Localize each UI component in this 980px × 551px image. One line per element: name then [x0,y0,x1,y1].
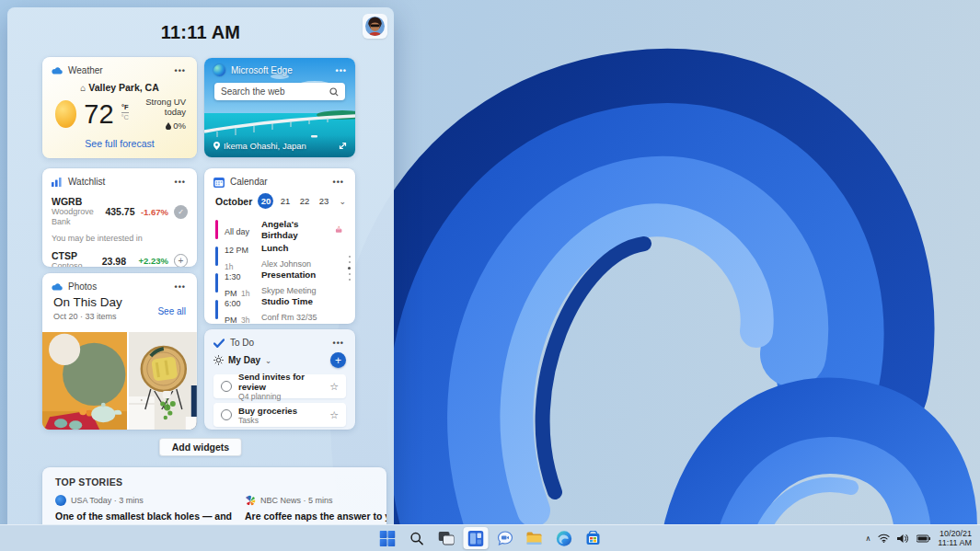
date-pill[interactable]: 21 [277,193,293,209]
event-time: 6:00 PM [225,299,241,325]
weather-location[interactable]: ⌂Valley Park, CA [42,82,197,93]
stock-change: -1.67% [141,207,168,217]
sun-condition-icon [55,100,76,128]
task-view-button[interactable] [433,527,458,549]
battery-icon[interactable] [917,534,930,543]
file-explorer-button[interactable] [522,527,547,549]
story-headline[interactable]: One of the smallest black holes — and [55,511,232,522]
widgets-panel: 11:11 AM Weather ••• ⌂Valley Park, CA [7,7,394,544]
star-icon[interactable]: ☆ [329,409,339,421]
panel-clock: 11:11 AM [7,22,394,43]
task-checkbox[interactable] [221,409,232,420]
start-button[interactable] [375,527,399,549]
calendar-icon [213,177,225,188]
my-day-label[interactable]: My Day [228,355,260,365]
volume-icon[interactable] [897,534,909,544]
widgets-button[interactable] [463,527,488,549]
cloud-icon [52,282,63,291]
event-subtitle: Conf Rm 32/35 [261,313,317,322]
date-pill[interactable]: 23 [316,193,331,209]
event-time: 12 PM [225,246,248,255]
news-story[interactable]: NBC News · 5 mins Are coffee naps the an… [245,495,386,522]
microsoft-store-button[interactable] [581,527,605,549]
home-icon: ⌂ [80,83,86,93]
watchlist-menu-button[interactable]: ••• [172,177,189,188]
date-pill[interactable]: 22 [296,193,312,209]
edge-search-input[interactable]: Search the web [214,83,345,100]
weather-menu-button[interactable]: ••• [172,65,189,76]
photo-thumbnail[interactable] [42,332,127,430]
event-title: Studio Time [261,296,317,307]
unit-celsius[interactable]: °C [121,113,129,121]
account-avatar-button[interactable] [363,14,387,39]
event-color-bar [215,220,218,239]
photos-menu-button[interactable]: ••• [172,281,189,293]
wifi-icon[interactable] [878,534,890,543]
watchlist-added-button[interactable]: ✓ [174,205,188,219]
calendar-menu-button[interactable]: ••• [330,177,347,188]
search-icon [329,87,339,97]
edge-browser-button[interactable] [551,527,576,549]
stocks-chart-icon [52,177,63,187]
calendar-event[interactable]: 6:00 PM 3h Studio Time Conf Rm 32/35 [215,296,342,323]
cloud-icon [52,66,63,75]
calendar-title: Calendar [230,177,268,187]
task-checkbox[interactable] [221,381,232,392]
chevron-down-icon[interactable]: ⌄ [265,356,271,365]
chat-button[interactable] [492,527,517,549]
photo-thumbnail[interactable] [129,332,197,430]
add-widgets-button[interactable]: Add widgets [159,438,242,456]
todo-check-icon [213,339,225,348]
task-row[interactable]: Send invites for review Q4 planning ☆ [213,374,346,398]
top-stories-header: TOP STORIES [42,467,386,488]
edge-widget: Microsoft Edge ••• Search the web Ikema … [204,58,355,157]
avatar [365,17,385,36]
news-story[interactable]: USA Today · 3 mins One of the smallest b… [55,495,232,522]
event-duration: 3h [241,316,249,325]
task-list-name: Q4 planning [238,392,323,401]
watchlist-widget: Watchlist ••• WGRB Woodgrove Bank 435.75… [42,168,197,267]
photos-heading: On This Day [53,295,122,310]
stock-company: Contoso [52,261,83,267]
add-task-button[interactable]: + [330,352,346,368]
todo-menu-button[interactable]: ••• [330,338,347,349]
story-headline[interactable]: Are coffee naps the answer to your [245,511,386,522]
cake-icon [335,225,342,234]
task-list-name: Tasks [238,416,297,425]
watchlist-add-button[interactable]: + [174,254,188,267]
temperature-unit-toggle[interactable]: °F °C [121,104,129,121]
event-subtitle: Alex Johnson [261,259,311,269]
stock-ticker: WGRB [52,196,99,207]
unit-fahrenheit[interactable]: °F [121,104,129,113]
stock-ticker: CTSP [52,250,83,261]
stock-price: 23.98 [102,256,126,267]
expand-icon[interactable] [339,142,347,150]
search-button[interactable] [404,527,429,549]
star-icon[interactable]: ☆ [329,381,339,393]
todo-title: To Do [230,338,254,348]
see-full-forecast-link[interactable]: See full forecast [42,138,197,149]
stock-price: 435.75 [105,206,134,217]
see-all-link[interactable]: See all [157,306,186,316]
weather-title: Weather [68,65,103,75]
task-title: Buy groceries [238,406,297,416]
task-row[interactable]: Buy groceries Tasks ☆ [213,403,346,427]
tray-chevron-up-icon[interactable]: ∧ [865,534,870,543]
weather-condition: Strong UV today [136,97,186,117]
stock-row[interactable]: WGRB Woodgrove Bank 435.75 -1.67% ✓ [42,196,197,227]
scroll-indicator[interactable] [348,256,351,281]
photos-widget: Photos ••• On This Day Oct 20 · 33 items… [42,273,197,430]
event-title: Presentation [261,270,317,281]
chevron-down-icon[interactable]: ⌄ [339,197,346,206]
watchlist-title: Watchlist [68,177,105,187]
tray-clock[interactable]: 10/20/21 11:11 AM [938,529,972,548]
stock-company: Woodgrove Bank [52,207,99,227]
edge-photo-location: Ikema Ohashi, Japan [224,141,306,151]
stock-row[interactable]: CTSP Contoso 23.98 +2.23% + [42,250,197,267]
task-title: Send invites for review [238,372,323,392]
tray-time: 11:11 AM [938,538,972,548]
date-pill-selected[interactable]: 20 [258,193,273,209]
calendar-month[interactable]: October [215,196,252,207]
edge-menu-button[interactable]: ••• [336,66,347,75]
event-time: All day [225,227,249,236]
